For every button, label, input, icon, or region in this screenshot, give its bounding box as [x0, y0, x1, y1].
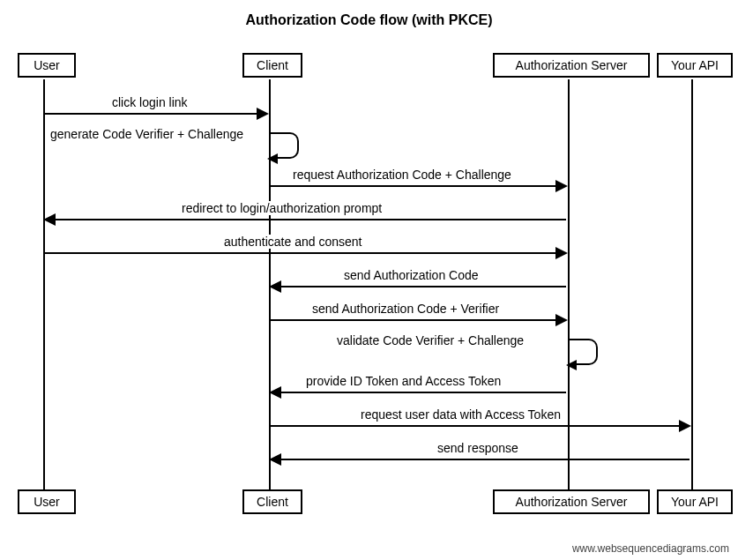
arrow-send-code-verifier [271, 319, 566, 321]
arrow-authenticate [45, 252, 566, 254]
participant-auth-bottom: Authorization Server [493, 489, 650, 514]
msg-send-code-verifier: send Authorization Code + Verifier [310, 302, 501, 316]
participant-client-bottom: Client [242, 489, 302, 514]
lifeline-user [43, 79, 45, 489]
arrow-send-response [271, 459, 690, 460]
participant-client-top: Client [242, 53, 302, 78]
arrow-request-data [271, 425, 690, 427]
arrow-send-code [271, 286, 566, 287]
participant-user-bottom: User [18, 489, 76, 514]
msg-send-response: send response [436, 441, 520, 455]
msg-request-data: request user data with Access Token [359, 407, 563, 422]
participant-auth-top: Authorization Server [493, 53, 650, 78]
msg-send-code: send Authorization Code [342, 268, 481, 282]
msg-redirect-login: redirect to login/authorization prompt [180, 201, 384, 215]
participant-user-top: User [18, 53, 76, 78]
footer-credit: www.websequencediagrams.com [572, 542, 729, 555]
arrow-provide-tokens [271, 392, 566, 393]
msg-authenticate: authenticate and consent [222, 235, 363, 249]
msg-provide-tokens: provide ID Token and Access Token [304, 374, 503, 388]
loop-validate-verifier [570, 339, 598, 365]
lifeline-api [691, 79, 693, 489]
loop-gen-verifier [271, 132, 299, 159]
diagram-title: Authorization Code flow (with PKCE) [0, 12, 738, 28]
msg-validate-verifier: validate Code Verifier + Challenge [335, 333, 526, 347]
msg-click-login: click login link [110, 95, 190, 109]
arrow-req-auth-code [271, 185, 566, 187]
lifeline-auth [568, 79, 570, 489]
msg-req-auth-code: request Authorization Code + Challenge [291, 168, 513, 182]
msg-gen-verifier: generate Code Verifier + Challenge [48, 127, 245, 141]
participant-api-top: Your API [657, 53, 733, 78]
arrow-redirect-login [45, 219, 566, 220]
participant-api-bottom: Your API [657, 489, 733, 514]
arrow-click-login [45, 113, 267, 115]
